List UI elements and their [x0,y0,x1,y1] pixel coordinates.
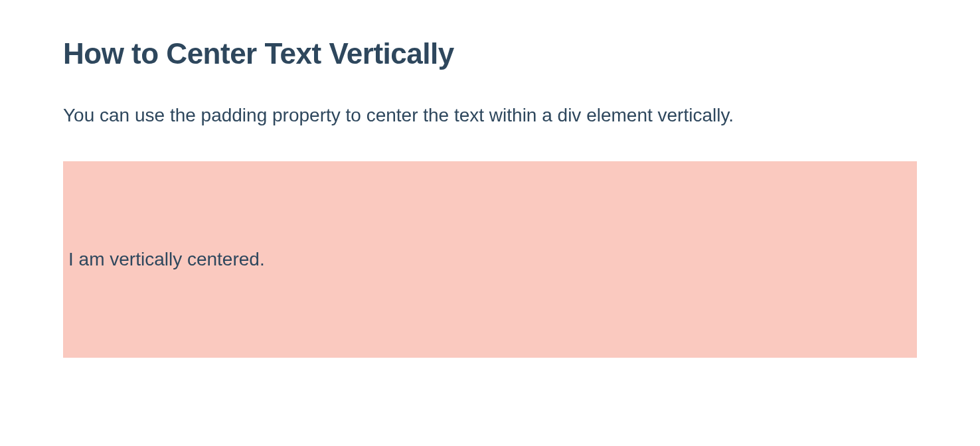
page-title: How to Center Text Vertically [63,37,917,70]
demo-container: I am vertically centered. [63,161,917,358]
description-text: You can use the padding property to cent… [63,102,913,128]
demo-text: I am vertically centered. [63,249,917,270]
